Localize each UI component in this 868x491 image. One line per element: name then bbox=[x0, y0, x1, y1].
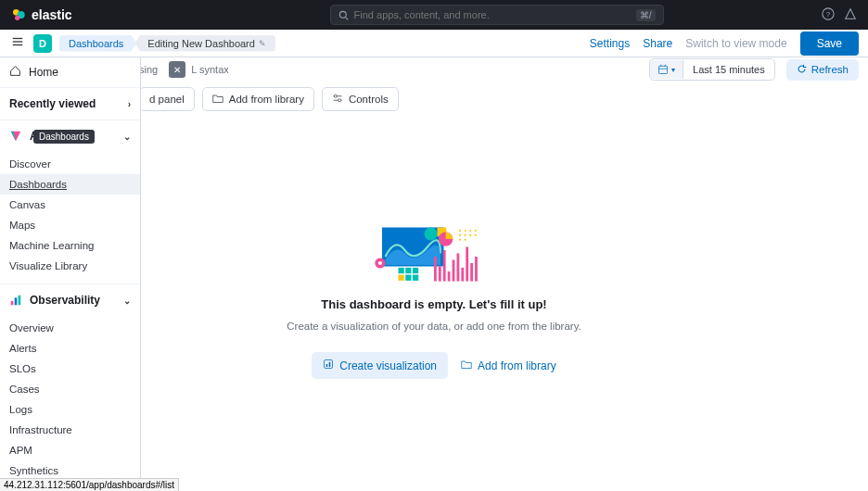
controls-label: Controls bbox=[349, 94, 389, 105]
nav-item-cases[interactable]: Cases bbox=[0, 379, 140, 399]
app-header-actions: Settings Share Switch to view mode Save bbox=[590, 31, 859, 56]
breadcrumb-current-text: Editing New Dashboard bbox=[147, 38, 255, 49]
create-visualization-button[interactable]: Create visualization bbox=[312, 352, 448, 379]
nav-item-logs[interactable]: Logs bbox=[0, 399, 140, 420]
nav-item-infrastructure[interactable]: Infrastructure bbox=[0, 420, 140, 440]
time-picker[interactable]: ▾ Last 15 minutes bbox=[649, 58, 775, 81]
svg-rect-54 bbox=[15, 297, 18, 305]
save-button[interactable]: Save bbox=[800, 31, 859, 56]
refresh-button[interactable]: Refresh bbox=[786, 59, 859, 81]
calendar-icon[interactable]: ▾ bbox=[650, 60, 683, 79]
analytics-items: Discover Dashboards Canvas Maps Machine … bbox=[0, 152, 140, 283]
empty-title: This dashboard is empty. Let's fill it u… bbox=[321, 297, 546, 311]
add-panel-label: d panel bbox=[149, 94, 185, 105]
newsfeed-icon[interactable] bbox=[844, 7, 857, 23]
switch-view-mode[interactable]: Switch to view mode bbox=[685, 37, 786, 50]
nav-item-canvas[interactable]: Canvas bbox=[0, 195, 140, 215]
folder-icon bbox=[212, 93, 223, 106]
controls-button[interactable]: Controls bbox=[322, 87, 399, 111]
add-lib-label: Add from library bbox=[478, 359, 556, 372]
space-avatar[interactable]: D bbox=[33, 34, 52, 53]
query-hint-prefix: sing bbox=[139, 64, 158, 75]
svg-rect-41 bbox=[439, 267, 441, 282]
chevron-right-icon: › bbox=[128, 99, 131, 109]
nav-toggle-icon[interactable] bbox=[9, 33, 26, 53]
svg-rect-49 bbox=[475, 257, 478, 282]
global-header: elastic ⌘/ ? bbox=[0, 0, 868, 30]
add-from-library-link[interactable]: Add from library bbox=[461, 359, 556, 372]
side-nav: Home Recently viewed › Analytics ⌄ Disco… bbox=[0, 57, 141, 491]
nav-home[interactable]: Home bbox=[0, 57, 140, 88]
browser-status-url: 44.212.31.112:5601/app/dashboards#/list bbox=[0, 478, 179, 491]
nav-item-overview[interactable]: Overview bbox=[0, 318, 140, 338]
svg-point-30 bbox=[469, 234, 471, 236]
chevron-down-icon: ⌄ bbox=[123, 132, 131, 142]
lens-icon bbox=[323, 359, 334, 372]
analytics-icon bbox=[9, 130, 22, 143]
breadcrumb-dashboards[interactable]: Dashboards bbox=[59, 35, 136, 52]
svg-line-4 bbox=[345, 17, 348, 19]
svg-rect-37 bbox=[399, 275, 404, 281]
empty-illustration bbox=[369, 219, 499, 288]
close-icon[interactable]: ✕ bbox=[169, 61, 185, 78]
nav-item-visualize[interactable]: Visualize Library bbox=[0, 256, 140, 276]
observability-label: Observability bbox=[30, 294, 100, 307]
svg-point-3 bbox=[339, 11, 346, 18]
svg-rect-36 bbox=[413, 268, 418, 273]
add-from-library-button[interactable]: Add from library bbox=[202, 87, 314, 111]
add-panel-button[interactable]: d panel bbox=[139, 87, 195, 111]
breadcrumb: Dashboards Editing New Dashboard ✎ bbox=[59, 35, 275, 52]
svg-point-22 bbox=[378, 261, 382, 265]
refresh-label: Refresh bbox=[811, 64, 849, 75]
time-range-text[interactable]: Last 15 minutes bbox=[683, 60, 774, 79]
brand-text: elastic bbox=[32, 7, 72, 22]
svg-point-19 bbox=[425, 228, 438, 241]
svg-point-29 bbox=[465, 234, 466, 236]
svg-rect-42 bbox=[443, 250, 446, 282]
search-shortcut-badge: ⌘/ bbox=[636, 9, 656, 21]
svg-rect-45 bbox=[457, 254, 460, 282]
svg-point-2 bbox=[15, 16, 19, 20]
svg-point-26 bbox=[469, 230, 471, 232]
svg-rect-55 bbox=[19, 296, 21, 306]
svg-rect-47 bbox=[466, 247, 468, 282]
edit-icon[interactable]: ✎ bbox=[259, 39, 266, 48]
svg-rect-38 bbox=[405, 275, 411, 281]
nav-item-slos[interactable]: SLOs bbox=[0, 359, 140, 379]
svg-text:?: ? bbox=[826, 9, 831, 18]
nav-item-alerts[interactable]: Alerts bbox=[0, 338, 140, 359]
svg-point-31 bbox=[475, 234, 477, 236]
global-search-input[interactable] bbox=[354, 9, 631, 20]
share-link[interactable]: Share bbox=[643, 37, 672, 50]
elastic-logo-icon bbox=[11, 7, 26, 22]
global-search[interactable]: ⌘/ bbox=[330, 5, 664, 25]
query-hint-suffix: L syntax bbox=[191, 64, 229, 75]
nav-observability-header[interactable]: Observability ⌄ bbox=[0, 283, 140, 316]
svg-rect-48 bbox=[470, 263, 473, 282]
help-icon[interactable]: ? bbox=[822, 7, 835, 23]
nav-item-discover[interactable]: Discover bbox=[0, 154, 140, 174]
svg-rect-39 bbox=[413, 275, 418, 281]
svg-point-32 bbox=[459, 239, 461, 241]
svg-point-33 bbox=[465, 239, 466, 241]
svg-point-24 bbox=[459, 230, 461, 232]
nav-item-apm[interactable]: APM bbox=[0, 440, 140, 460]
svg-point-27 bbox=[475, 230, 477, 232]
nav-item-dashboards[interactable]: Dashboards bbox=[0, 174, 140, 195]
settings-link[interactable]: Settings bbox=[590, 37, 630, 50]
create-vis-label: Create visualization bbox=[339, 359, 437, 372]
controls-icon bbox=[332, 93, 343, 106]
empty-subtitle: Create a visualization of your data, or … bbox=[287, 321, 581, 332]
svg-rect-53 bbox=[11, 301, 14, 305]
breadcrumb-current: Editing New Dashboard ✎ bbox=[134, 35, 275, 52]
elastic-logo[interactable]: elastic bbox=[11, 7, 72, 22]
nav-item-ml[interactable]: Machine Learning bbox=[0, 235, 140, 256]
nav-item-maps[interactable]: Maps bbox=[0, 215, 140, 235]
nav-recently-viewed[interactable]: Recently viewed › bbox=[0, 88, 140, 120]
svg-rect-44 bbox=[453, 260, 455, 282]
refresh-icon bbox=[797, 64, 807, 76]
svg-rect-50 bbox=[325, 360, 333, 369]
chevron-down-icon: ⌄ bbox=[123, 296, 131, 306]
recently-viewed-label: Recently viewed bbox=[9, 97, 96, 110]
svg-point-17 bbox=[338, 99, 341, 102]
